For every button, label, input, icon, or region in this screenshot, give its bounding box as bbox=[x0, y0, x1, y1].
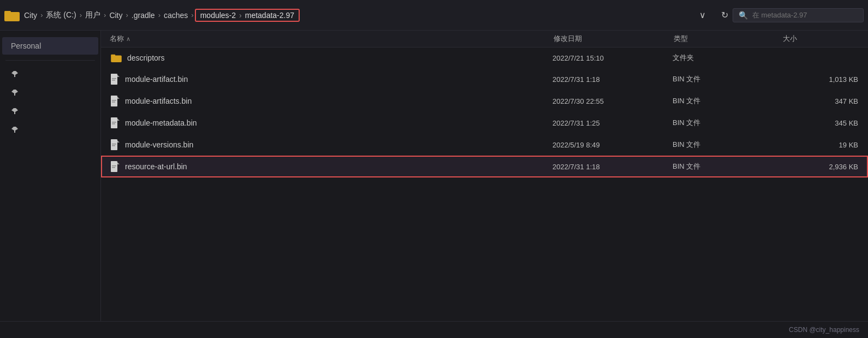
table-row[interactable]: module-metadata.bin 2022/7/31 1:25 BIN 文… bbox=[101, 112, 868, 134]
table-row[interactable]: module-artifact.bin 2022/7/31 1:18 BIN 文… bbox=[101, 68, 868, 90]
table-row[interactable]: module-versions.bin 2022/5/19 8:49 BIN 文… bbox=[101, 134, 868, 156]
file-size: 347 KB bbox=[782, 97, 858, 105]
file-icon bbox=[111, 74, 120, 85]
svg-rect-3 bbox=[111, 55, 115, 57]
search-icon: 🔍 bbox=[739, 11, 748, 20]
table-row[interactable]: descriptors 2022/7/21 15:10 文件夹 bbox=[101, 48, 868, 68]
svg-rect-4 bbox=[111, 74, 117, 85]
svg-rect-14 bbox=[112, 144, 116, 145]
sidebar-pin-4[interactable] bbox=[2, 122, 98, 138]
file-type: BIN 文件 bbox=[673, 162, 782, 171]
breadcrumb-system[interactable]: 系统 (C:) bbox=[44, 9, 78, 21]
sep6: › bbox=[191, 11, 193, 19]
breadcrumb-modules[interactable]: modules-2 › metadata-2.97 bbox=[195, 9, 300, 22]
sidebar-pin-2[interactable] bbox=[2, 85, 98, 101]
sidebar-pin-1[interactable] bbox=[2, 66, 98, 82]
breadcrumb-modules-label: modules-2 bbox=[200, 11, 236, 20]
file-size: 2,936 KB bbox=[782, 163, 858, 171]
file-icon bbox=[111, 139, 120, 150]
col-size-label: 大小 bbox=[783, 34, 859, 44]
sep3: › bbox=[104, 11, 106, 19]
file-date: 2022/7/21 15:10 bbox=[552, 54, 673, 62]
file-date: 2022/7/31 1:18 bbox=[552, 163, 673, 171]
svg-rect-1 bbox=[4, 11, 11, 13]
file-type: BIN 文件 bbox=[673, 96, 782, 106]
sidebar-separator bbox=[5, 60, 95, 61]
file-name-cell: module-metadata.bin bbox=[111, 117, 552, 128]
svg-rect-17 bbox=[112, 165, 116, 167]
file-size: 19 KB bbox=[782, 141, 858, 149]
svg-rect-2 bbox=[111, 56, 122, 62]
table-row[interactable]: module-artifacts.bin 2022/7/30 22:55 BIN… bbox=[101, 90, 868, 112]
sep4: › bbox=[126, 11, 128, 19]
file-date: 2022/7/31 1:25 bbox=[552, 119, 673, 127]
col-type-label: 类型 bbox=[674, 34, 783, 44]
breadcrumb-users[interactable]: 用户 bbox=[83, 9, 103, 21]
folder-icon bbox=[4, 9, 20, 21]
breadcrumb: City › 系统 (C:) › 用户 › City › .gradle › c… bbox=[22, 0, 691, 30]
file-name: module-versions.bin bbox=[125, 140, 193, 149]
file-size: 1,013 KB bbox=[782, 75, 858, 84]
pin-icon bbox=[11, 89, 19, 97]
svg-rect-18 bbox=[112, 167, 115, 168]
pin-icon bbox=[11, 126, 19, 134]
file-list: descriptors 2022/7/21 15:10 文件夹 module-a… bbox=[101, 48, 868, 321]
svg-rect-15 bbox=[112, 145, 115, 146]
sidebar-personal-label: Personal bbox=[11, 41, 41, 50]
svg-rect-7 bbox=[111, 96, 117, 106]
search-input[interactable] bbox=[752, 11, 840, 19]
address-bar: City › 系统 (C:) › 用户 › City › .gradle › c… bbox=[0, 0, 868, 31]
file-icon bbox=[111, 161, 120, 172]
column-header: 名称 ∧ 修改日期 类型 大小 bbox=[101, 31, 868, 48]
breadcrumb-actions: ∨ ↻ bbox=[695, 8, 733, 22]
file-area: 名称 ∧ 修改日期 类型 大小 descriptors 2022/7/21 15… bbox=[101, 31, 868, 321]
breadcrumb-city2[interactable]: City bbox=[107, 10, 124, 21]
breadcrumb-metadata-label: metadata-2.97 bbox=[245, 11, 294, 20]
file-name-cell: resource-at-url.bin bbox=[111, 161, 552, 172]
footer-credit: CSDN @city_happiness bbox=[789, 326, 859, 334]
sort-arrow-icon: ∧ bbox=[126, 35, 130, 43]
svg-rect-12 bbox=[112, 123, 115, 124]
search-area: 🔍 bbox=[733, 8, 864, 22]
file-name-cell: module-artifact.bin bbox=[111, 74, 552, 85]
file-name: module-artifacts.bin bbox=[125, 97, 192, 105]
file-type: BIN 文件 bbox=[673, 74, 782, 84]
col-name-label: 名称 bbox=[110, 34, 124, 44]
breadcrumb-caches[interactable]: caches bbox=[162, 10, 190, 21]
svg-rect-11 bbox=[112, 122, 116, 123]
sep5: › bbox=[158, 11, 160, 19]
main-content: Personal 名称 ∧ bbox=[0, 31, 868, 321]
svg-rect-8 bbox=[112, 100, 116, 101]
sidebar-pin-3[interactable] bbox=[2, 103, 98, 120]
file-date: 2022/7/30 22:55 bbox=[552, 97, 673, 105]
file-icon bbox=[111, 96, 120, 106]
sidebar: Personal bbox=[0, 31, 101, 321]
folder-icon bbox=[111, 54, 122, 62]
file-size: 345 KB bbox=[782, 119, 858, 127]
svg-rect-6 bbox=[112, 80, 115, 81]
file-name: descriptors bbox=[127, 54, 164, 62]
sidebar-item-personal[interactable]: Personal bbox=[2, 37, 98, 55]
file-type: BIN 文件 bbox=[673, 140, 782, 150]
col-date-label: 修改日期 bbox=[554, 34, 674, 44]
file-name-cell: module-versions.bin bbox=[111, 139, 552, 150]
table-row[interactable]: resource-at-url.bin 2022/7/31 1:18 BIN 文… bbox=[101, 156, 868, 177]
file-date: 2022/7/31 1:18 bbox=[552, 75, 673, 84]
file-name: resource-at-url.bin bbox=[125, 162, 187, 171]
file-type: BIN 文件 bbox=[673, 118, 782, 128]
file-type: 文件夹 bbox=[673, 53, 782, 63]
breadcrumb-city1[interactable]: City bbox=[22, 10, 39, 21]
svg-rect-13 bbox=[111, 139, 117, 150]
file-date: 2022/5/19 8:49 bbox=[552, 141, 673, 149]
file-name-cell: module-artifacts.bin bbox=[111, 96, 552, 106]
file-name: module-artifact.bin bbox=[125, 75, 188, 84]
file-icon bbox=[111, 117, 120, 128]
breadcrumb-gradle[interactable]: .gradle bbox=[129, 10, 157, 21]
refresh-button[interactable]: ↻ bbox=[717, 8, 733, 22]
dropdown-button[interactable]: ∨ bbox=[695, 8, 710, 22]
svg-rect-5 bbox=[112, 78, 116, 79]
svg-rect-16 bbox=[111, 161, 117, 172]
bottom-bar: CSDN @city_happiness bbox=[0, 321, 868, 338]
file-name: module-metadata.bin bbox=[125, 118, 197, 127]
svg-rect-0 bbox=[4, 12, 20, 21]
